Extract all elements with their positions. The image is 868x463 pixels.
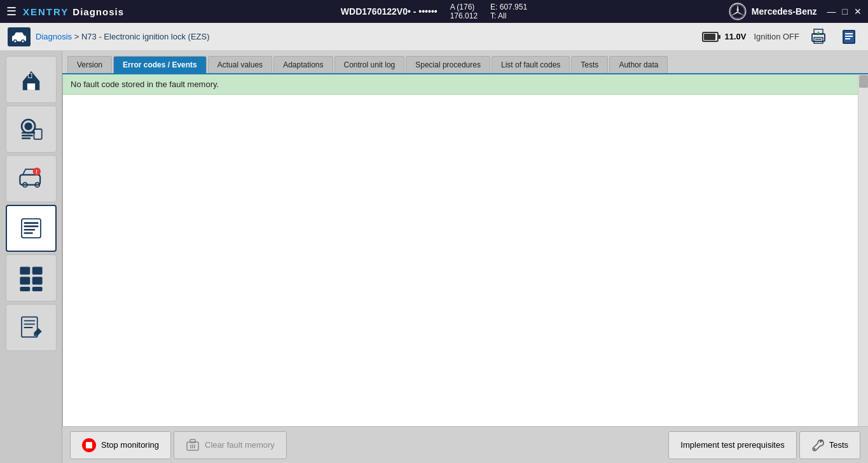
- tab-adaptations[interactable]: Adaptations: [273, 56, 333, 73]
- tab-special-procedures[interactable]: Special procedures: [406, 56, 490, 73]
- svg-rect-41: [24, 222, 38, 224]
- titlebar-center: WDD1760122V0• - •••••• A (176) 176.012 E…: [341, 3, 527, 20]
- notes-icon: [17, 314, 45, 342]
- diagnosis-label: Diagnosis: [72, 6, 124, 17]
- mb-logo: Mercedes-Benz: [729, 3, 817, 20]
- sidebar-item-grid[interactable]: [6, 254, 57, 301]
- window-controls[interactable]: — □ ✕: [827, 6, 862, 17]
- svg-rect-50: [32, 287, 42, 291]
- svg-rect-20: [815, 41, 822, 42]
- version-a: A (176) 176.012: [450, 3, 478, 20]
- svg-marker-21: [816, 31, 820, 34]
- svg-rect-24: [845, 33, 853, 34]
- stop-monitoring-button[interactable]: Stop monitoring: [70, 431, 171, 459]
- list-icon: [17, 214, 45, 242]
- stop-monitoring-label: Stop monitoring: [101, 440, 159, 450]
- svg-rect-26: [845, 38, 850, 39]
- svg-rect-44: [24, 232, 32, 234]
- version-et: E: 607.951 T: All: [490, 3, 527, 20]
- tab-actual-values[interactable]: Actual values: [208, 56, 272, 73]
- hamburger-menu[interactable]: ☰: [6, 4, 17, 18]
- svg-marker-5: [738, 11, 745, 16]
- clear-fault-icon: [186, 438, 200, 452]
- breadcrumb-module: N73 - Electronic ignition lock (EZS): [81, 32, 210, 41]
- titlebar-right: Mercedes-Benz — □ ✕: [729, 3, 862, 20]
- svg-rect-42: [24, 226, 38, 228]
- svg-rect-45: [20, 266, 30, 274]
- car-silhouette-icon: [11, 31, 27, 43]
- svg-rect-53: [24, 324, 35, 325]
- sidebar-item-car-warning[interactable]: !: [6, 155, 57, 202]
- topbar: Diagnosis > N73 - Electronic ignition lo…: [0, 23, 868, 51]
- fault-notice: No fault code stored in the fault memory…: [63, 74, 868, 95]
- scrollbar[interactable]: [858, 74, 868, 426]
- battery-voltage: 11.0V: [724, 32, 746, 41]
- svg-point-60: [813, 448, 815, 450]
- print-button[interactable]: [807, 27, 830, 46]
- vin-number: WDD1760122V0• - ••••••: [341, 6, 437, 17]
- car-warning-icon: !: [17, 165, 45, 193]
- svg-point-30: [24, 122, 32, 130]
- svg-rect-48: [32, 277, 42, 284]
- svg-rect-34: [34, 129, 41, 139]
- svg-rect-18: [814, 38, 823, 43]
- breadcrumb-sep: >: [74, 32, 81, 41]
- tab-author-data[interactable]: Author data: [609, 56, 668, 73]
- xentry-label: XENTRY: [23, 6, 69, 17]
- svg-rect-54: [24, 327, 32, 328]
- tab-tests[interactable]: Tests: [571, 56, 608, 73]
- clear-fault-label: Clear fault memory: [205, 440, 275, 450]
- sidebar-item-list[interactable]: [6, 205, 57, 252]
- sidebar-item-fault-codes[interactable]: [6, 106, 57, 153]
- wrench-icon: [811, 439, 824, 452]
- titlebar: ☰ XENTRY Diagnosis WDD1760122V0• - •••••…: [0, 0, 868, 23]
- implement-prerequisites-button[interactable]: Implement test prerequisites: [668, 431, 796, 459]
- breadcrumb-diagnosis-link[interactable]: Diagnosis: [36, 32, 72, 41]
- home-icon: [17, 66, 45, 93]
- svg-rect-46: [32, 266, 42, 274]
- tab-version[interactable]: Version: [67, 56, 112, 73]
- sidebar-item-notes[interactable]: [6, 304, 57, 351]
- svg-rect-33: [22, 137, 31, 139]
- svg-rect-14: [718, 35, 720, 39]
- implement-prerequisites-label: Implement test prerequisites: [680, 440, 784, 450]
- svg-rect-40: [22, 219, 41, 238]
- maximize-button[interactable]: □: [843, 6, 848, 17]
- svg-text:!: !: [36, 169, 38, 175]
- svg-marker-3: [736, 4, 738, 11]
- car-icon: [8, 27, 31, 46]
- svg-rect-31: [22, 132, 35, 134]
- svg-marker-2: [738, 4, 739, 11]
- tab-control-unit-log[interactable]: Control unit log: [334, 56, 405, 73]
- close-button[interactable]: ✕: [854, 6, 862, 17]
- clear-fault-memory-button[interactable]: Clear fault memory: [174, 431, 287, 459]
- main-layout: !: [0, 51, 868, 463]
- print-icon: [809, 29, 827, 45]
- breadcrumb: Diagnosis > N73 - Electronic ignition lo…: [36, 32, 210, 41]
- stop-inner: [86, 442, 92, 448]
- svg-rect-49: [20, 287, 30, 291]
- tests-button[interactable]: Tests: [799, 431, 860, 459]
- main-panel: No fault code stored in the fault memory…: [62, 74, 868, 426]
- svg-rect-47: [20, 277, 30, 284]
- sidebar: !: [0, 51, 62, 463]
- svg-point-12: [22, 40, 24, 42]
- help-book-button[interactable]: [837, 27, 860, 46]
- minimize-button[interactable]: —: [827, 6, 836, 17]
- scrollbar-thumb[interactable]: [859, 75, 868, 88]
- mb-brand-label: Mercedes-Benz: [752, 6, 817, 17]
- tabs: Version Error codes / Events Actual valu…: [62, 51, 868, 74]
- svg-rect-19: [815, 39, 822, 40]
- app-logo: XENTRY Diagnosis: [23, 6, 124, 17]
- svg-marker-7: [731, 11, 738, 16]
- tab-error-codes[interactable]: Error codes / Events: [113, 56, 207, 73]
- fault-codes-icon: [17, 115, 45, 143]
- tests-label: Tests: [829, 440, 848, 450]
- svg-point-10: [15, 40, 17, 42]
- svg-rect-43: [24, 229, 35, 231]
- tab-list-of-fault-codes[interactable]: List of fault codes: [492, 56, 570, 73]
- svg-rect-25: [845, 36, 853, 37]
- topbar-right: 11.0V Ignition OFF: [702, 27, 860, 46]
- battery-info: 11.0V: [702, 31, 746, 43]
- sidebar-item-home[interactable]: [6, 56, 57, 103]
